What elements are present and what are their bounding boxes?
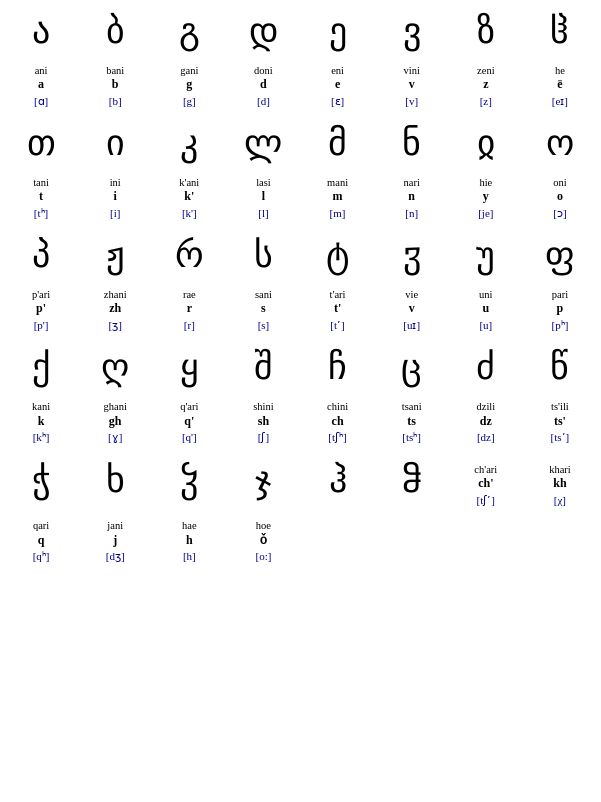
letter-char-cell: ვ: [375, 8, 449, 58]
letter-char-cell: ი: [78, 120, 152, 170]
letter-char-cell: ზ: [449, 8, 523, 58]
letter-info-cell: hiey[je]: [449, 170, 523, 227]
letter-info-cell: inii[i]: [78, 170, 152, 227]
letter-char-cell: ღ: [78, 344, 152, 394]
letter-info-cell: banib[b]: [78, 58, 152, 115]
letter-char-cell: ჟ: [78, 232, 152, 282]
letter-char-cell: ჵ: [375, 457, 449, 514]
letter-char-cell: რ: [152, 232, 226, 282]
letter-char-cell: ნ: [375, 120, 449, 170]
letter-char-cell: ლ: [226, 120, 300, 170]
letter-char-cell: ქ: [4, 344, 78, 394]
letter-char-cell: ფ: [523, 232, 597, 282]
letter-char-cell: ძ: [449, 344, 523, 394]
letter-info-cell: uniu[u]: [449, 282, 523, 339]
letter-info-cell: parip[pʰ]: [523, 282, 597, 339]
letter-char-cell: დ: [226, 8, 300, 58]
letter-info-cell: ania[ɑ]: [4, 58, 78, 115]
letter-char-cell: ჱ: [523, 8, 597, 58]
letter-info-cell: k'anik'[k']: [152, 170, 226, 227]
letter-char-cell: ჩ: [301, 344, 375, 394]
letter-info-cell: zhanizh[ʒ]: [78, 282, 152, 339]
letter-char-cell: ტ: [301, 232, 375, 282]
letter-char-cell: ო: [523, 120, 597, 170]
letter-info-cell: enie[ɛ]: [301, 58, 375, 115]
letter-info-cell: haeh[h]: [152, 513, 226, 570]
letter-char-cell: ჭ: [4, 457, 78, 514]
letter-char-cell: ხ: [78, 457, 152, 514]
letter-info-cell: raer[r]: [152, 282, 226, 339]
letter-info-cell: janij[dʒ]: [78, 513, 152, 570]
letter-info-cell: kharikh[χ]: [523, 457, 597, 514]
letter-info-cell: lasil[l]: [226, 170, 300, 227]
letter-char-cell: უ: [449, 232, 523, 282]
letter-info-cell: p'arip'[p']: [4, 282, 78, 339]
letter-info-cell: hoeǒ[o:]: [226, 513, 300, 570]
letter-char-cell: ყ: [152, 344, 226, 394]
letter-char-cell: პ: [4, 232, 78, 282]
letter-char-cell: ე: [301, 8, 375, 58]
letter-info-cell: viniv[v]: [375, 58, 449, 115]
letter-info-cell: ch'arich'[tʃʼ]: [449, 457, 523, 514]
letter-info-cell: viev[uɪ]: [375, 282, 449, 339]
letter-char-cell: წ: [523, 344, 597, 394]
letter-char-cell: ა: [4, 8, 78, 58]
letter-info-cell: zeniz[z]: [449, 58, 523, 115]
letter-info-cell: dzilidz[dz]: [449, 394, 523, 451]
letter-char-cell: ჲ: [449, 120, 523, 170]
letter-char-cell: ჰ: [301, 457, 375, 514]
letter-info-cell: tanit[tʰ]: [4, 170, 78, 227]
alphabet-grid: აბგდევზჱania[ɑ]banib[b]ganig[g]donid[d]e…: [4, 8, 597, 570]
letter-info-cell: heë[eɪ]: [523, 58, 597, 115]
letter-char-cell: ჯ: [226, 457, 300, 514]
letter-info-cell: kanik[kʰ]: [4, 394, 78, 451]
letter-info-cell: q'ariq'[q']: [152, 394, 226, 451]
letter-char-cell: ჴ: [152, 457, 226, 514]
letter-char-cell: ჳ: [375, 232, 449, 282]
letter-info-cell: narin[n]: [375, 170, 449, 227]
letter-char-cell: ს: [226, 232, 300, 282]
letter-info-cell: tsanits[tsʰ]: [375, 394, 449, 451]
letter-char-cell: თ: [4, 120, 78, 170]
letter-info-cell: donid[d]: [226, 58, 300, 115]
letter-info-cell: chinich[tʃʰ]: [301, 394, 375, 451]
letter-info-cell: manim[m]: [301, 170, 375, 227]
letter-char-cell: შ: [226, 344, 300, 394]
letter-info-cell: ts'ilits'[tsʼ]: [523, 394, 597, 451]
letter-info-cell: ganig[g]: [152, 58, 226, 115]
letter-info-cell: ghanigh[ɣ]: [78, 394, 152, 451]
letter-char-cell: ც: [375, 344, 449, 394]
letter-char-cell: კ: [152, 120, 226, 170]
letter-info-cell: onio[ɔ]: [523, 170, 597, 227]
letter-info-cell: sanis[s]: [226, 282, 300, 339]
letter-char-cell: მ: [301, 120, 375, 170]
letter-char-cell: გ: [152, 8, 226, 58]
letter-char-cell: ბ: [78, 8, 152, 58]
letter-info-cell: shinish[ʃ]: [226, 394, 300, 451]
letter-info-cell: qariq[qʰ]: [4, 513, 78, 570]
letter-info-cell: t'arit'[tʼ]: [301, 282, 375, 339]
